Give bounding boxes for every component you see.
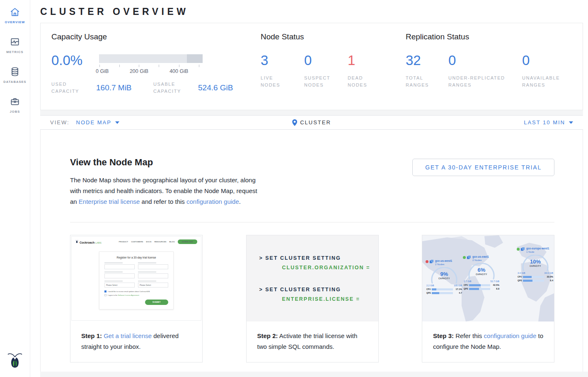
bottom-strip xyxy=(40,372,588,377)
cluster-breadcrumb-label: CLUSTER xyxy=(300,119,331,126)
capacity-percent-value: 0.0% xyxy=(51,53,82,68)
get-trial-license-link[interactable]: Get a trial license xyxy=(104,332,152,339)
node-status-title: Node Status xyxy=(261,32,406,41)
unavailable-ranges-metric: 0 UNAVAILABLE RANGES xyxy=(522,53,572,89)
locality-badge-us-west: gce-us-west1 2 Nodes 9% CAPACITY 2.2 Gi xyxy=(426,259,465,294)
sidebar-item-label: OVERVIEW xyxy=(5,20,25,24)
total-ranges-label: TOTAL RANGES xyxy=(406,75,439,89)
chevron-down-icon xyxy=(569,121,573,124)
page-header: CLUSTER OVERVIEW xyxy=(30,0,588,23)
locality-badge-us-east: gce-us-east1 2 Nodes 6% CAPACITY 2.7 Gi xyxy=(463,255,503,290)
capacity-bar-chart: 0 GiB 200 GiB 400 GiB xyxy=(99,53,203,74)
sidebar-item-overview[interactable]: OVERVIEW xyxy=(0,0,30,30)
axis-label-400: 400 GiB xyxy=(169,68,188,74)
axis-label-200: 200 GiB xyxy=(130,68,148,74)
briefcase-icon xyxy=(10,96,20,107)
under-replicated-value: 0 xyxy=(448,53,522,68)
live-nodes-value: 3 xyxy=(261,53,304,68)
sidebar-item-label: METRICS xyxy=(6,50,23,54)
trial-register-form: Register for a 30-day trial license Plea… xyxy=(99,251,174,309)
cockroach-labs-logo: Cockroach LABS xyxy=(75,240,102,244)
capacity-usage-section: Capacity Usage 0.0% 0 GiB 200 GiB 400 Gi… xyxy=(51,32,261,110)
node-cube-icon xyxy=(467,255,471,260)
capacity-gauge: 10% CAPACITY xyxy=(520,255,551,271)
unavailable-ranges-value: 0 xyxy=(522,53,572,68)
sidebar-item-jobs[interactable]: JOBS xyxy=(0,89,30,119)
sql-setting-line: ENTERPRISE.LICENSE = xyxy=(282,296,378,302)
database-icon xyxy=(10,66,20,77)
under-replicated-ranges-metric: 0 UNDER-REPLICATED RANGES xyxy=(448,53,522,89)
step3-node-map-preview: gce-us-west1 2 Nodes 9% CAPACITY 2.2 Gi xyxy=(422,235,554,321)
locality-badge-europe: gce-europe-west1 1 Node 10% CAPACITY 3. xyxy=(517,247,554,282)
step2-code-snippet: > SET CLUSTER SETTING CLUSTER.ORGANIZATI… xyxy=(247,235,378,321)
cluster-summary-card: Capacity Usage 0.0% 0 GiB 200 GiB 400 Gi… xyxy=(40,23,583,110)
location-pin-icon xyxy=(292,119,297,126)
sidebar-item-label: JOBS xyxy=(10,110,20,114)
capacity-axis-labels: 0 GiB 200 GiB 400 GiB xyxy=(99,68,203,74)
step1-caption: Step 1: Get a trial license delivered st… xyxy=(70,321,202,361)
dead-nodes-label: DEAD NODES xyxy=(348,75,381,89)
node-status-dot xyxy=(463,256,466,259)
node-map-panel: View the Node Map The Node Map shows the… xyxy=(40,130,583,372)
used-capacity-value: 160.7 MiB xyxy=(96,83,153,92)
configuration-guide-link[interactable]: configuration guide xyxy=(186,198,239,205)
total-ranges-value: 32 xyxy=(406,53,448,68)
step3-card: gce-us-west1 2 Nodes 9% CAPACITY 2.2 Gi xyxy=(422,235,554,362)
capacity-gauge: 9% CAPACITY xyxy=(429,267,460,284)
sql-prompt-line: > SET CLUSTER SETTING xyxy=(259,287,378,292)
sidebar-item-metrics[interactable]: METRICS xyxy=(0,30,30,60)
node-map-description: The Node Map shows the geographical layo… xyxy=(70,175,265,207)
dead-nodes-metric: 1 DEAD NODES xyxy=(348,53,391,89)
download-button: DOWNLOAD xyxy=(178,239,197,244)
used-capacity-label: USED CAPACITY xyxy=(51,81,96,95)
cluster-overview-page: OVERVIEW METRICS DATABASES xyxy=(0,0,588,377)
view-toolbar: VIEW: NODE MAP CLUSTER LAST 10 MIN xyxy=(40,115,583,130)
usable-capacity-label: USABLE CAPACITY xyxy=(153,81,198,95)
sidebar: OVERVIEW METRICS DATABASES xyxy=(0,0,30,377)
node-cube-icon xyxy=(429,259,434,264)
configuration-guide-link[interactable]: configuration guide xyxy=(484,332,537,339)
usable-capacity-value: 524.6 GiB xyxy=(198,83,233,92)
view-selector-dropdown[interactable]: NODE MAP xyxy=(76,119,119,126)
capacity-bar xyxy=(99,54,203,63)
select-placeholder: Please Select xyxy=(104,283,135,288)
suspect-nodes-label: SUSPECT NODES xyxy=(304,75,337,89)
step2-caption: Step 2: Activate the trial license with … xyxy=(247,321,378,361)
capacity-bar-dark-segment xyxy=(187,54,203,63)
step2-card: > SET CLUSTER SETTING CLUSTER.ORGANIZATI… xyxy=(246,235,379,362)
steps-row: Cockroach LABS PRODUCTCUSTOMERSDOCSRESOU… xyxy=(70,235,554,362)
sql-setting-line: CLUSTER.ORGANIZATION = xyxy=(282,265,378,271)
time-range-dropdown[interactable]: LAST 10 MIN xyxy=(524,119,573,126)
axis-label-0: 0 GiB xyxy=(96,68,109,74)
time-range-value: LAST 10 MIN xyxy=(524,119,565,126)
main-area: CLUSTER OVERVIEW Capacity Usage 0.0% 0 G… xyxy=(30,0,588,377)
under-replicated-label: UNDER-REPLICATED RANGES xyxy=(448,75,517,89)
replication-status-title: Replication Status xyxy=(406,32,572,41)
section-gap xyxy=(40,110,583,115)
desc-text: and refer to this xyxy=(140,198,186,205)
chevron-down-icon xyxy=(115,121,119,124)
form-title: Register for a 30-day trial license xyxy=(104,256,168,259)
replication-status-section: Replication Status 32 TOTAL RANGES 0 UND… xyxy=(406,32,572,110)
divider xyxy=(70,222,554,222)
dead-nodes-value: 1 xyxy=(348,53,391,68)
cluster-breadcrumb: CLUSTER xyxy=(292,119,331,126)
live-nodes-metric: 3 LIVE NODES xyxy=(261,53,304,89)
total-ranges-metric: 32 TOTAL RANGES xyxy=(406,53,448,89)
checkbox-unchecked xyxy=(104,294,106,296)
select-placeholder: Please Select xyxy=(138,283,168,288)
enterprise-trial-license-link[interactable]: Enterprise trial license xyxy=(79,198,140,205)
enterprise-trial-button[interactable]: GET A 30-DAY ENTERPRISE TRIAL xyxy=(412,159,554,176)
sidebar-item-databases[interactable]: DATABASES xyxy=(0,60,30,89)
node-cube-icon xyxy=(520,247,525,251)
step3-caption: Step 3: Refer this configuration guide t… xyxy=(422,321,554,361)
page-title: CLUSTER OVERVIEW xyxy=(30,0,588,23)
cockroachdb-logo xyxy=(7,351,22,373)
home-icon xyxy=(10,7,20,17)
suspect-nodes-value: 0 xyxy=(304,53,348,68)
submit-button: SUBMIT xyxy=(145,300,168,305)
node-status-section: Node Status 3 LIVE NODES 0 SUSPECT NODES… xyxy=(261,32,406,110)
sql-prompt-line: > SET CLUSTER SETTING xyxy=(259,255,378,261)
checkbox-checked xyxy=(104,290,106,292)
desc-text: . xyxy=(239,198,241,205)
